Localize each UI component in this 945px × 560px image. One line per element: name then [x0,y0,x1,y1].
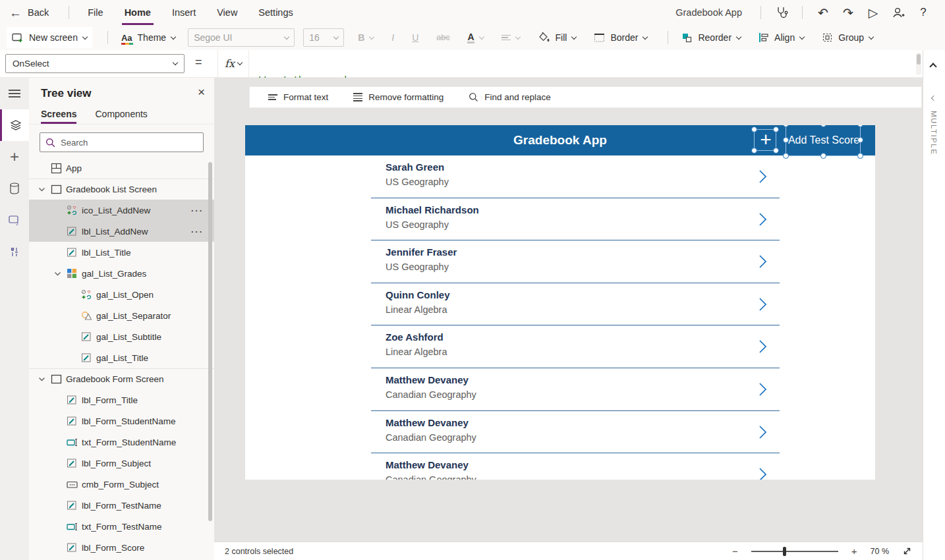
fx-button[interactable]: fx [217,50,249,77]
menu-view[interactable]: View [214,0,240,25]
tree-search-box[interactable] [40,132,204,152]
close-icon[interactable]: × [198,86,205,98]
selection-handle[interactable] [773,148,779,154]
collapse-formula-bar-icon[interactable] [931,60,936,72]
tree-view-rail-icon[interactable] [0,109,29,141]
fill-button[interactable]: Fill [532,27,582,48]
text-align-button[interactable] [496,27,525,48]
formula-scrollbar[interactable] [916,53,921,75]
new-screen-button[interactable]: New screen [7,27,92,48]
gallery-row[interactable]: Matthew Devaney Canadian Geography [245,368,875,411]
tree-item[interactable]: gal_List_Grades ··· [29,263,214,284]
tree-item[interactable]: Gradebook Form Screen ··· [29,368,214,389]
tree-item[interactable]: gal_List_Title ··· [29,347,214,368]
item-options-icon[interactable]: ··· [191,206,204,215]
item-options-icon[interactable]: ··· [191,227,204,237]
group-button[interactable]: Group [816,27,878,48]
menu-file[interactable]: File [85,0,105,25]
data-rail-icon[interactable] [0,173,29,204]
selection-handle[interactable] [783,137,789,143]
row-chevron-icon[interactable] [759,467,767,480]
gallery-row[interactable]: Michael Richardson US Geography [245,198,875,241]
tree-item[interactable]: gal_List_Open ··· [29,284,214,305]
menu-insert[interactable]: Insert [169,0,198,25]
expand-chevron-icon[interactable] [54,270,67,277]
selection-handle[interactable] [820,125,826,127]
menu-home[interactable]: Home [122,0,154,25]
zoom-slider[interactable] [751,551,838,552]
insert-rail-icon[interactable]: + [0,141,29,173]
row-chevron-icon[interactable] [759,425,767,439]
app-checker-icon[interactable] [769,6,794,19]
tree-item[interactable]: gal_List_Separator ··· [29,305,214,326]
selection-handle[interactable] [751,126,757,132]
row-chevron-icon[interactable] [759,339,767,354]
tab-screens[interactable]: Screens [41,109,76,124]
property-selector[interactable]: OnSelect [5,54,185,73]
gallery-row[interactable]: Sarah Green US Geography [245,155,875,198]
tree-item[interactable]: lbl_List_Title ··· [29,242,214,263]
menu-settings[interactable]: Settings [256,0,295,25]
media-rail-icon[interactable]: ♪ [0,204,29,236]
tree-item[interactable]: ico_List_AddNew ··· [29,200,214,221]
tree-item[interactable]: cmb_Form_Subject ··· [29,474,214,495]
tree-item[interactable]: lbl_Form_Title ··· [29,389,214,410]
hamburger-menu-icon[interactable] [0,78,29,109]
tree-item[interactable]: txt_Form_TestName ··· [29,516,214,537]
tree-item[interactable]: lbl_Form_TestName ··· [29,495,214,516]
reorder-button[interactable]: Reorder [676,27,746,48]
redo-icon[interactable]: ↷ [836,7,861,19]
selection-handle[interactable] [751,148,757,154]
remove-formatting-button[interactable]: Remove formatting [353,92,444,103]
gallery-row[interactable]: Matthew Devaney Canadian Geography [245,411,875,454]
zoom-in-icon[interactable]: + [851,546,857,557]
row-chevron-icon[interactable] [759,382,767,397]
selection-handle[interactable] [857,137,863,143]
tree-item[interactable]: gal_List_Subtitle ··· [29,326,214,347]
row-chevron-icon[interactable] [759,212,767,227]
tree-item[interactable]: Gradebook List Screen ··· [29,179,214,200]
tree-scrollbar[interactable] [208,162,212,521]
tab-components[interactable]: Components [95,109,147,124]
align-button[interactable]: Align [753,27,809,48]
row-chevron-icon[interactable] [759,254,767,269]
app-canvas[interactable]: Gradebook App + Add Test Score Sarah Gre… [245,125,875,480]
underline-button[interactable]: U [407,27,424,48]
search-input[interactable] [61,138,198,148]
theme-button[interactable]: Aa Theme [116,27,181,48]
gallery-row[interactable]: Quinn Conley Linear Algebra [245,283,875,326]
bold-button[interactable]: B [353,27,379,48]
undo-icon[interactable]: ↶ [811,7,836,19]
gallery-row[interactable]: Jennifer Fraser US Geography [245,240,875,283]
help-icon[interactable]: ? [911,6,936,19]
app-header-title[interactable]: Gradebook App [245,125,875,155]
selection-outline-icon[interactable] [754,129,776,151]
expand-panel-icon[interactable] [932,91,936,103]
border-button[interactable]: Border [588,27,652,48]
share-icon[interactable] [886,7,911,18]
selection-handle[interactable] [773,126,779,132]
expand-chevron-icon[interactable] [38,186,51,193]
selection-outline-label[interactable] [786,125,861,156]
tree-item[interactable]: lbl_List_AddNew ··· [29,221,214,242]
row-chevron-icon[interactable] [759,297,767,312]
strikethrough-button[interactable]: abc [431,27,455,48]
expand-chevron-icon[interactable] [38,376,51,383]
tree-item[interactable]: txt_Form_StudentName ··· [29,432,214,453]
font-family-select[interactable]: Segoe UI [188,28,295,47]
gallery-row[interactable]: Matthew Devaney Canadian Geography [245,453,875,480]
gallery-row[interactable]: Zoe Ashford Linear Algebra [245,325,875,368]
tree-item[interactable]: lbl_Form_Score ··· [29,537,214,558]
format-text-button[interactable]: Format text [268,92,328,102]
play-preview-icon[interactable]: ▷ [861,7,886,19]
find-and-replace-button[interactable]: Find and replace [469,92,551,102]
back-button[interactable]: ← Back [9,7,49,19]
tree-item[interactable]: lbl_Form_StudentName ··· [29,410,214,432]
fullscreen-icon[interactable] [902,546,912,556]
advanced-tools-rail-icon[interactable] [0,236,29,267]
app-header-bar[interactable]: Gradebook App + Add Test Score [245,125,875,155]
tree-item[interactable]: lbl_Form_Subject ··· [29,453,214,474]
row-chevron-icon[interactable] [759,169,767,184]
font-color-button[interactable]: A [462,27,488,48]
zoom-slider-handle[interactable] [783,547,786,556]
